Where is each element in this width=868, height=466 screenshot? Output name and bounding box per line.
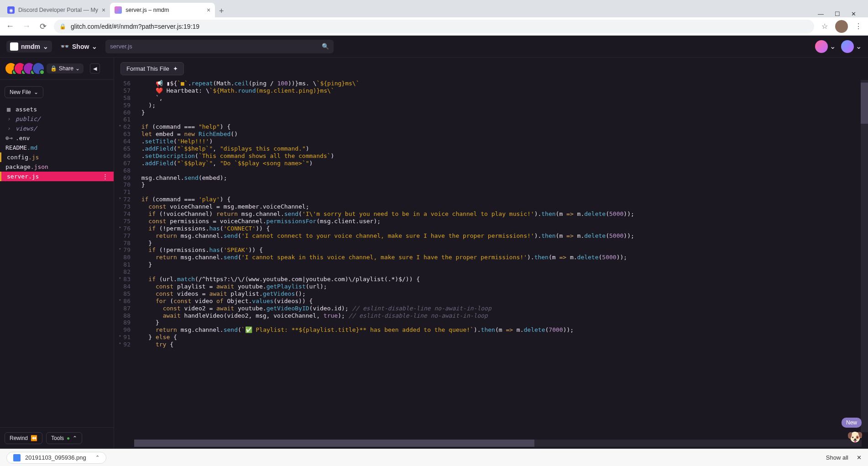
account-avatar[interactable] <box>841 40 854 53</box>
vertical-scrollbar[interactable] <box>861 80 868 432</box>
user-avatar[interactable] <box>815 40 828 53</box>
search-icon: 🔍 <box>322 43 329 50</box>
tools-button[interactable]: Tools●⌃ <box>46 432 82 444</box>
back-icon[interactable]: ← <box>5 21 16 31</box>
address-bar[interactable]: 🔒 glitch.com/edit/#!/nmdm?path=server.js… <box>54 20 814 33</box>
collaborator-avatar <box>32 62 45 75</box>
show-label: Show <box>72 43 89 50</box>
chevron-down-icon: ⌄ <box>34 89 38 95</box>
close-icon[interactable]: × <box>102 6 105 14</box>
project-name: nmdm <box>21 43 40 50</box>
chevron-down-icon: ⌄ <box>43 43 48 50</box>
tab-discord[interactable]: ◉ Discord Developer Portal — My × <box>3 3 110 17</box>
scrollbar-thumb[interactable] <box>134 440 534 447</box>
glitch-logo-icon <box>10 42 18 51</box>
search-text: server.js <box>110 43 132 50</box>
close-bar-icon[interactable]: ✕ <box>857 454 862 461</box>
tabstrip: ◉ Discord Developer Portal — My × server… <box>0 0 868 17</box>
file-readme[interactable]: README.md <box>0 143 114 152</box>
chevron-up-icon: ⌃ <box>73 435 77 441</box>
profile-avatar[interactable] <box>835 20 848 33</box>
sidebar-bottom: Rewind⏪ Tools●⌃ <box>0 427 114 449</box>
forward-icon[interactable]: → <box>21 21 32 31</box>
project-menu[interactable]: nmdm ⌄ <box>6 41 52 52</box>
horizontal-scrollbar[interactable] <box>134 440 862 447</box>
scrollbar-thumb[interactable] <box>861 83 868 124</box>
file-config[interactable]: config.js <box>0 152 114 162</box>
sidebar: 🔒 Share ⌄ ◀ New File ⌄ ▦assets ›public/ … <box>0 58 114 449</box>
file-server[interactable]: server.js⋮ <box>0 172 114 181</box>
new-badge[interactable]: New <box>842 418 862 428</box>
code-editor[interactable]: 5657585960616263646566676869707172737475… <box>114 80 868 440</box>
line-gutter: 5657585960616263646566676869707172737475… <box>114 80 134 440</box>
chevron-right-icon: › <box>5 115 12 122</box>
folder-views[interactable]: ›views/ <box>0 124 114 133</box>
window-controls: — ☐ ✕ <box>809 10 865 17</box>
file-env[interactable]: ⊕⊸.env <box>0 133 114 143</box>
menu-icon[interactable]: ⋮ <box>853 22 863 31</box>
share-label: Share <box>59 65 73 72</box>
chevron-up-icon[interactable]: ⌃ <box>95 455 99 461</box>
chevron-right-icon: › <box>5 125 12 132</box>
sidebar-top: 🔒 Share ⌄ ◀ <box>0 58 114 80</box>
rewind-button[interactable]: Rewind⏪ <box>5 432 42 444</box>
browser-chrome: ◉ Discord Developer Portal — My × server… <box>0 0 868 36</box>
header-right: ⌄ ⌄ <box>815 40 862 53</box>
new-file-button[interactable]: New File ⌄ <box>5 86 43 98</box>
rewind-icon: ⏪ <box>31 435 37 441</box>
reload-icon[interactable]: ⟳ <box>37 21 48 31</box>
glitch-favicon <box>115 6 122 14</box>
collaborators[interactable] <box>5 62 41 75</box>
share-button[interactable]: 🔒 Share ⌄ <box>47 63 84 73</box>
glitch-app: nmdm ⌄ 👓 Show ⌄ server.js 🔍 ⌄ ⌄ <box>0 36 868 449</box>
lock-icon: 🔒 <box>50 65 57 72</box>
lock-icon: 🔒 <box>59 23 66 30</box>
image-file-icon <box>13 454 21 461</box>
editor-pane: Format This File ✦ 565758596061626364656… <box>114 58 868 449</box>
folder-public[interactable]: ›public/ <box>0 114 114 124</box>
star-icon[interactable]: ☆ <box>820 22 830 31</box>
tab-title: server.js – nmdm <box>125 7 169 13</box>
file-tree: ▦assets ›public/ ›views/ ⊕⊸.env README.m… <box>0 105 114 181</box>
url-text: glitch.com/edit/#!/nmdm?path=server.js:1… <box>71 23 199 30</box>
download-item[interactable]: 20191103_095936.png ⌃ <box>6 452 106 464</box>
maximize-icon[interactable]: ☐ <box>835 10 840 17</box>
chevron-down-icon[interactable]: ⌄ <box>830 42 836 51</box>
show-all-button[interactable]: Show all <box>826 454 848 461</box>
file-package[interactable]: package.json <box>0 162 114 172</box>
download-filename: 20191103_095936.png <box>25 454 86 461</box>
key-icon: ⊕⊸ <box>5 135 12 141</box>
assets-icon: ▦ <box>5 106 12 113</box>
browser-toolbar: ← → ⟳ 🔒 glitch.com/edit/#!/nmdm?path=ser… <box>0 17 868 36</box>
mascot-icon[interactable]: 🐶 <box>847 429 865 448</box>
new-file-label: New File <box>10 89 31 95</box>
discord-favicon: ◉ <box>7 6 15 14</box>
downloads-bar: 20191103_095936.png ⌃ Show all ✕ <box>0 449 868 466</box>
format-button[interactable]: Format This File ✦ <box>120 62 184 75</box>
file-search[interactable]: server.js 🔍 <box>105 40 334 53</box>
chevron-down-icon[interactable]: ⌄ <box>856 42 862 51</box>
file-menu-icon[interactable]: ⋮ <box>102 173 108 180</box>
chevron-down-icon: ⌄ <box>92 43 97 50</box>
chevron-down-icon: ⌄ <box>75 65 80 72</box>
file-assets[interactable]: ▦assets <box>0 105 114 114</box>
show-button[interactable]: 👓 Show ⌄ <box>57 40 101 52</box>
code-content[interactable]: 📢 ▮${`■`.repeat(Math.ceil(ping / 100))}m… <box>134 80 868 440</box>
sparkle-icon: ✦ <box>173 65 178 72</box>
collapse-icon[interactable]: ◀ <box>90 63 100 73</box>
tab-title: Discord Developer Portal — My <box>18 7 98 13</box>
minimize-icon[interactable]: — <box>818 10 824 17</box>
editor-toolbar: Format This File ✦ <box>114 58 868 80</box>
glasses-icon: 👓 <box>60 42 69 51</box>
status-icon: ● <box>67 435 70 441</box>
glitch-header: nmdm ⌄ 👓 Show ⌄ server.js 🔍 ⌄ ⌄ <box>0 36 868 58</box>
close-window-icon[interactable]: ✕ <box>851 10 856 17</box>
close-icon[interactable]: × <box>207 6 210 14</box>
tab-glitch[interactable]: server.js – nmdm × <box>110 3 215 17</box>
new-tab-button[interactable]: + <box>215 5 228 17</box>
glitch-body: 🔒 Share ⌄ ◀ New File ⌄ ▦assets ›public/ … <box>0 58 868 449</box>
